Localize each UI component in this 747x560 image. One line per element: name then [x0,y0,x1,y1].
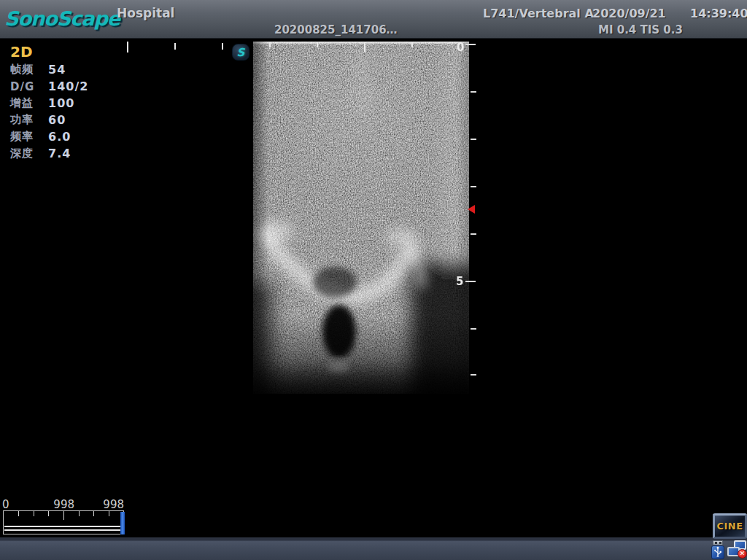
network-status-icon[interactable]: ✕ [727,540,747,559]
image-vignette [253,42,469,394]
depth-tick [471,233,476,235]
cine-frame-current: 998 [51,498,74,511]
depth-tick [471,374,476,376]
param-value: 100 [48,96,74,110]
param-label: 深度 [10,147,48,160]
sonoscape-logo: SonoScape [4,7,120,30]
param-value: 7.4 [48,147,71,160]
param-label: 功率 [10,113,48,127]
usb-connector [713,540,723,545]
exam-time: 14:39:40 [690,7,747,20]
cine-button[interactable]: CINE [713,513,747,539]
top-ruler-tick [222,43,223,50]
cine-tick [93,511,94,516]
top-ruler-center-tick [364,42,365,52]
hospital-name: Hospital [117,6,174,20]
cine-frame-start: 0 [2,498,9,511]
grayscale-bar [729,58,742,152]
param-label: 帧频 [10,63,48,77]
cine-tick [79,511,80,516]
depth-tick [471,139,476,140]
param-value: 60 [48,113,66,127]
param-value: 54 [48,63,66,77]
depth-tick [471,186,476,187]
depth-label-5: 5 [456,275,463,288]
usb-icon[interactable] [710,540,726,559]
param-label: D/G [10,80,48,93]
param-label: 增益 [10,96,48,110]
param-row-framerate: 帧频 54 [10,61,88,78]
cine-tick-center [63,511,64,520]
probe-orientation-mark-icon: S [232,44,249,61]
param-row-dg: D/G 140/2 [10,78,88,95]
depth-tick [471,328,476,330]
usb-body [711,545,724,559]
param-label: 频率 [10,130,48,144]
top-ruler-tick [269,42,271,47]
mi-tis-readout: MI 0.4 TIS 0.3 [598,23,683,36]
header-bar: SonoScape Hospital 20200825_141706… L741… [0,0,747,39]
cine-track[interactable] [4,526,121,531]
top-ruler-tick [174,43,176,50]
cine-tick [48,511,49,516]
ultrasound-screen: SonoScape Hospital 20200825_141706… L741… [0,0,747,560]
ultrasound-image[interactable] [253,42,469,394]
top-ruler-tick [317,42,318,47]
exam-date: 2020/09/21 [592,7,666,20]
cine-scrubber[interactable] [3,510,124,534]
cine-tick [18,511,19,516]
depth-tick-major [465,44,476,45]
cine-frame-total: 998 [101,498,124,511]
taskbar [0,537,747,560]
parameter-panel: 帧频 54 D/G 140/2 增益 100 功率 60 频率 6.0 深度 7… [10,61,88,162]
param-row-frequency: 频率 6.0 [10,128,88,145]
top-ruler-tick [411,42,413,47]
cine-tick [34,511,34,516]
param-value: 140/2 [48,79,88,93]
exam-id: 20200825_141706… [274,23,398,36]
param-value: 6.0 [48,130,71,144]
network-error-badge-icon: ✕ [738,549,747,559]
probe-preset: L741/Vertebral A [483,7,594,20]
depth-label-0: 0 [457,41,464,54]
cine-button-label: CINE [716,521,743,532]
focus-marker-icon[interactable] [468,205,475,214]
cine-position-marker[interactable] [120,512,125,534]
param-row-depth: 深度 7.4 [10,145,88,162]
cine-tick [109,511,109,516]
depth-tick [471,91,476,93]
probe-mark-letter: S [237,46,245,59]
top-ruler-tick [127,42,128,52]
depth-tick-major [465,281,476,282]
param-row-gain: 增益 100 [10,95,88,112]
mode-label: 2D [10,43,33,61]
param-row-power: 功率 60 [10,112,88,128]
